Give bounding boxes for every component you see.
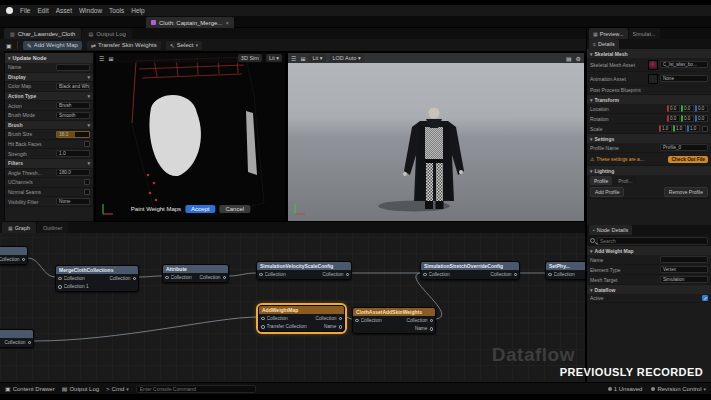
- tab-graph[interactable]: ▦ Graph: [2, 222, 36, 233]
- add-profile-button[interactable]: Add Profile: [590, 187, 624, 197]
- menu-asset[interactable]: Asset: [56, 7, 72, 14]
- pin-out[interactable]: [22, 258, 26, 262]
- pin-in[interactable]: [548, 273, 552, 277]
- section-add-weight-map[interactable]: ▾Add Weight Map: [587, 246, 711, 255]
- active-checkbox[interactable]: [702, 295, 708, 301]
- pin-out[interactable]: [133, 277, 137, 281]
- location-y-field[interactable]: 0.0: [681, 105, 694, 112]
- pin-in[interactable]: [58, 277, 62, 281]
- lod-dropdown[interactable]: LOD Auto ▾: [330, 54, 364, 62]
- update-node-header[interactable]: ▾ Update Node: [5, 53, 93, 63]
- section-skeletal-mesh[interactable]: ▾Skeletal Mesh: [587, 49, 711, 58]
- graph-node-setphysics[interactable]: SetPhy... Collection: [545, 261, 585, 280]
- tab-cloth-editor[interactable]: Cloth: Captain_Merge... ×: [146, 17, 234, 28]
- tab-simulation[interactable]: Simulat...: [629, 28, 660, 39]
- graph-node-mergeclothcollections[interactable]: MergeClothCollections Collection Collect…: [55, 265, 139, 292]
- strength-field[interactable]: 1.0: [56, 150, 90, 157]
- console-input[interactable]: [136, 385, 256, 393]
- section-brush[interactable]: Brush▾: [5, 121, 93, 131]
- graph-node-addweightmap[interactable]: AddWeightMap Collection Collection Trans…: [258, 305, 345, 332]
- tab-node-details[interactable]: ▪ Node Details: [589, 225, 632, 235]
- add-weight-map-button[interactable]: ✎ Add Weight Map: [23, 41, 82, 50]
- graph-node-simulationstretchoverrideconfig[interactable]: SimulationStretchOverrideConfig Collecti…: [420, 261, 520, 280]
- location-z-field[interactable]: 0.0: [695, 105, 708, 112]
- content-drawer-button[interactable]: ▣ Content Drawer: [5, 385, 55, 392]
- pin-out[interactable]: [430, 319, 434, 323]
- hamburger-icon[interactable]: ☰: [99, 55, 104, 62]
- pin-in[interactable]: [259, 273, 263, 277]
- hit-back-faces-checkbox[interactable]: [84, 141, 90, 147]
- graph-node-offscreen-bottom[interactable]: ... Collection: [0, 329, 34, 348]
- unsaved-indicator[interactable]: 1 Unsaved: [608, 386, 643, 392]
- section-filters[interactable]: Filters▾: [5, 159, 93, 169]
- tab-profile[interactable]: Profile: [590, 176, 612, 185]
- accept-button[interactable]: Accept: [185, 205, 215, 213]
- section-transform[interactable]: ▾Transform: [587, 95, 711, 104]
- color-map-dropdown[interactable]: Black and White: [56, 83, 90, 90]
- section-lighting[interactable]: ▾Lighting: [587, 166, 711, 175]
- tab-preview-scene[interactable]: ▦ Preview...: [589, 28, 628, 39]
- graph-node-attribute[interactable]: Attribute Collection Collection: [162, 264, 229, 283]
- cmd-dropdown[interactable]: > Cmd ▾: [106, 386, 129, 392]
- save-icon[interactable]: ▣: [6, 42, 12, 49]
- rotation-z-field[interactable]: 0.0: [695, 115, 708, 122]
- hamburger-icon[interactable]: ☰: [291, 55, 296, 62]
- brush-size-field[interactable]: 38.0: [56, 131, 90, 138]
- graph-node-offscreen-top[interactable]: ... Collection: [0, 246, 28, 265]
- animation-asset-dropdown[interactable]: None: [660, 75, 708, 82]
- uchannels-checkbox[interactable]: [84, 179, 90, 185]
- maximize-icon[interactable]: ⊞: [108, 55, 113, 62]
- node-name-field[interactable]: [660, 256, 708, 263]
- profile-name-field[interactable]: Profile_0: [660, 144, 708, 151]
- cloth-paint-viewport[interactable]: ☰ ⊞ 3D Sim Lit ▾ Paint Weight Maps Accep…: [95, 52, 286, 222]
- simulation-preview-viewport[interactable]: ☰ ⊞ Lit ▾ LOD Auto ▾ ▤ ⚙: [287, 52, 585, 222]
- mesh-target-dropdown[interactable]: Simulation: [660, 276, 708, 283]
- section-display[interactable]: Display▾: [5, 73, 93, 83]
- brush-mode-dropdown[interactable]: Smooth: [56, 112, 90, 119]
- tab-details[interactable]: ≡ Details: [589, 39, 619, 49]
- tab-profile-2[interactable]: Profi...: [614, 176, 636, 185]
- tab-outliner[interactable]: Outliner: [37, 222, 68, 233]
- graph-canvas[interactable]: Dataflow ... Collection: [0, 233, 585, 382]
- section-action-type[interactable]: Action Type▾: [5, 92, 93, 102]
- normal-seams-checkbox[interactable]: [84, 189, 90, 195]
- skeletal-mesh-asset-dropdown[interactable]: C_lst_wlav_bo...: [660, 61, 708, 68]
- pin-out[interactable]: [514, 273, 518, 277]
- pin-in[interactable]: [58, 285, 62, 289]
- visibility-filter-dropdown[interactable]: None: [56, 198, 90, 205]
- location-x-field[interactable]: 0.0: [667, 105, 680, 112]
- lit-mode-dropdown[interactable]: Lit ▾: [309, 54, 325, 62]
- close-icon[interactable]: ×: [225, 20, 229, 26]
- element-type-dropdown[interactable]: Vertex: [660, 266, 708, 273]
- pin-in[interactable]: [355, 319, 359, 323]
- tab-output-log[interactable]: ▤ Output Log: [82, 28, 131, 39]
- select-button[interactable]: ↖ Select ▾: [166, 41, 202, 50]
- cancel-button[interactable]: Cancel: [219, 205, 250, 213]
- angle-threshold-field[interactable]: 180.0: [56, 169, 90, 176]
- remove-profile-button[interactable]: Remove Profile: [664, 187, 708, 197]
- rotation-x-field[interactable]: 0.0: [667, 115, 680, 122]
- lit-mode-dropdown[interactable]: Lit ▾: [266, 54, 282, 62]
- pin-in[interactable]: [165, 276, 169, 280]
- revision-control-button[interactable]: Revision Control ▾: [651, 386, 706, 392]
- scale-z-field[interactable]: 1.0: [687, 125, 700, 132]
- menu-tools[interactable]: Tools: [109, 7, 124, 14]
- menu-file[interactable]: File: [20, 7, 30, 14]
- menu-edit[interactable]: Edit: [37, 7, 48, 14]
- check-out-file-button[interactable]: Check Out File: [668, 156, 708, 163]
- maximize-icon[interactable]: ⊞: [300, 55, 305, 62]
- pin-out[interactable]: [223, 276, 227, 280]
- transfer-skin-weights-button[interactable]: ⇄ Transfer Skin Weights: [87, 41, 161, 50]
- rotation-y-field[interactable]: 0.0: [681, 115, 694, 122]
- camera-speed-icon[interactable]: ▤: [566, 55, 572, 62]
- scale-y-field[interactable]: 1.0: [673, 125, 686, 132]
- pin-out[interactable]: [430, 327, 434, 331]
- graph-node-clothassetaddskinweights[interactable]: ClothAssetAddSkinWeights Collection Coll…: [352, 307, 436, 334]
- pin-out[interactable]: [346, 273, 350, 277]
- animation-thumbnail[interactable]: [648, 74, 658, 84]
- section-settings[interactable]: ▾Settings: [587, 134, 711, 143]
- pin-out[interactable]: [339, 317, 343, 321]
- section-dataflow[interactable]: ▾Dataflow: [587, 285, 711, 294]
- settings-gear-icon[interactable]: ⚙: [576, 55, 581, 62]
- sim-3d-toggle[interactable]: 3D Sim: [238, 54, 262, 62]
